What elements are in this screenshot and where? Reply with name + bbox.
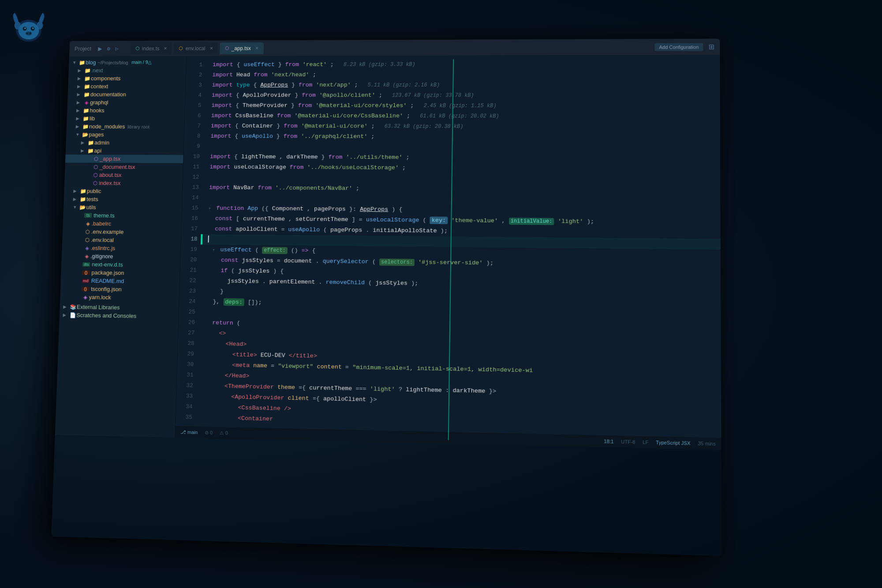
sidebar-item-lib[interactable]: ▶ 📁 lib	[67, 114, 184, 123]
line-number: 25	[179, 307, 195, 317]
sidebar-item-admin[interactable]: ▶ 📁 admin	[66, 139, 183, 147]
sidebar-item-yarn-lock[interactable]: ▶ ◈ yarn.lock	[60, 292, 179, 302]
project-menu[interactable]: Project	[75, 45, 92, 52]
sidebar-item-node-modules[interactable]: ▶ 📁 node_modules library root	[67, 123, 184, 131]
chevron-right-icon: ▶	[77, 100, 83, 105]
sidebar-item-components[interactable]: ▶ 📁 components	[68, 74, 186, 82]
sidebar-item-api[interactable]: ▶ 📁 api	[66, 146, 183, 155]
punct: }	[206, 288, 224, 295]
keyword: from	[277, 112, 291, 119]
code-line-4: import { ApolloProvider } from '@apollo/…	[205, 90, 720, 101]
jsx-tag: <ThemeProvider	[203, 382, 277, 390]
line-number: 11	[183, 162, 199, 172]
line-number: 6	[185, 111, 201, 121]
jsx-tag: <ApolloProvider	[203, 393, 288, 401]
sidebar-item-document-tsx[interactable]: ▶ ⬡ _document.tsx	[65, 163, 183, 172]
tab-env-local[interactable]: ⬡ env.local ✕	[174, 42, 218, 54]
function-call: useLocalStorage	[366, 217, 419, 224]
about-tsx-label: about.tsx	[99, 172, 122, 178]
identifier: darkTheme	[286, 154, 318, 160]
punct: ,	[501, 217, 508, 224]
public-folder-label: public	[87, 188, 101, 195]
keyword: import	[209, 184, 230, 191]
code-text-area[interactable]: import { useEffect } from 'react' ; 8.23…	[195, 59, 721, 434]
env-icon: ⬡	[84, 228, 92, 235]
punct: }:	[349, 206, 360, 213]
identifier: AppProps	[260, 82, 288, 89]
punct: );	[441, 228, 448, 234]
text-cursor	[208, 236, 209, 243]
run-menu-icon[interactable]: ▷	[115, 45, 119, 52]
punct: ;	[371, 123, 374, 130]
identifier: darkTheme	[452, 387, 485, 395]
sidebar-item-index-tsx[interactable]: ▶ ⬡ index.tsx	[64, 179, 183, 187]
sidebar-item-theme-ts[interactable]: ▶ ts theme.ts	[63, 211, 181, 221]
punct: (	[231, 267, 235, 274]
punct: :	[445, 387, 453, 394]
punct: ===	[355, 386, 370, 393]
env-icon: ⬡	[83, 237, 91, 243]
sidebar-item-tests[interactable]: ▶ 📁 tests	[64, 195, 182, 204]
string: 'next/app'	[316, 82, 351, 88]
sidebar-item-public[interactable]: ▶ 📁 public	[64, 187, 182, 196]
api-folder-label: api	[94, 147, 101, 154]
jsx-attr: client	[288, 395, 309, 402]
sidebar-item-babelrc[interactable]: ▶ ◈ .babelrc	[63, 219, 181, 228]
line-number: 32	[176, 380, 193, 391]
sidebar-item-app-tsx[interactable]: ▶ ⬡ _app.tsx	[65, 154, 183, 163]
sidebar-item-scratches[interactable]: ▶ 📄 Scratches and Consoles	[60, 311, 179, 321]
identifier: Head	[236, 71, 254, 78]
index-tsx-label: index.tsx	[99, 180, 121, 187]
sidebar-item-hooks[interactable]: ▶ 📁 hooks	[67, 106, 185, 115]
md-icon: md	[82, 278, 90, 283]
tab-app-tsx[interactable]: ⬡ _app.tsx ✕	[220, 42, 264, 54]
sidebar-item-next[interactable]: ▶ 📁 .next	[68, 66, 186, 75]
run-icon[interactable]: ▶	[98, 45, 102, 53]
sidebar-item-context[interactable]: ▶ 📁 context	[68, 82, 185, 90]
jsx-attr: content	[317, 363, 342, 371]
project-root-label: blog	[86, 59, 96, 65]
tab-close-icon[interactable]: ✕	[164, 46, 167, 51]
punct: =	[345, 364, 349, 371]
sidebar-item-pages[interactable]: ▼ 📂 pages	[66, 131, 184, 139]
sidebar-item-utils[interactable]: ▼ 📂 utils	[64, 203, 182, 212]
code-editor[interactable]: 1 2 3 4 5 6 7 8 9 10 11 12 13 14	[175, 55, 721, 449]
punct: ] =	[351, 217, 366, 223]
code-content: 1 2 3 4 5 6 7 8 9 10 11 12 13 14	[176, 55, 721, 438]
punct: {	[235, 102, 243, 109]
punct: }	[277, 123, 284, 129]
add-config-button[interactable]: Add Configuration	[654, 43, 703, 51]
line-number: 26	[179, 317, 195, 328]
punct: );	[411, 280, 418, 287]
tab-index-ts[interactable]: ⬡ index.ts ✕	[130, 42, 172, 54]
sidebar-item-env-example[interactable]: ▶ ⬡ .env.example	[63, 227, 181, 236]
keyword: import	[213, 61, 233, 67]
settings-icon[interactable]: ⚙	[107, 45, 111, 52]
git-branch-label: main / 9△	[131, 60, 151, 65]
tab-close-icon[interactable]: ✕	[209, 46, 213, 51]
string: '#jss-server-side'	[418, 259, 483, 266]
file-type-status: TypeScript JSX	[656, 440, 691, 446]
punct: [	[236, 215, 239, 222]
eslint-icon: ◈	[83, 245, 91, 251]
tab-close-icon[interactable]: ✕	[255, 46, 258, 51]
punct: }	[277, 133, 284, 140]
identifier: AppProps	[360, 206, 389, 213]
maximize-icon[interactable]: ⊞	[709, 43, 714, 51]
time-status: 35 mins	[698, 441, 715, 446]
sidebar-item-about-tsx[interactable]: ▶ ⬡ about.tsx	[65, 171, 183, 180]
chevron-down-icon: ▼	[72, 60, 78, 64]
identifier: lightTheme	[241, 154, 276, 160]
sidebar-item-documentation[interactable]: ▶ 📁 documentation	[67, 90, 185, 98]
logo-area	[9, 9, 49, 51]
sidebar-item-graphql[interactable]: ▶ ◈ graphql	[67, 98, 185, 106]
sidebar-project-root[interactable]: ▼ 📁 blog ~/Projects/blog main / 9△	[69, 58, 186, 67]
punct: (	[372, 258, 376, 265]
line-number: 1	[186, 60, 202, 70]
keyword: from	[299, 82, 313, 88]
identifier: jssStyles	[206, 277, 259, 285]
punct: ;	[330, 61, 334, 68]
folder-icon: 📁	[83, 75, 91, 81]
identifier: parentElement	[269, 278, 315, 285]
tsx-file-icon: ⬡	[92, 156, 100, 162]
